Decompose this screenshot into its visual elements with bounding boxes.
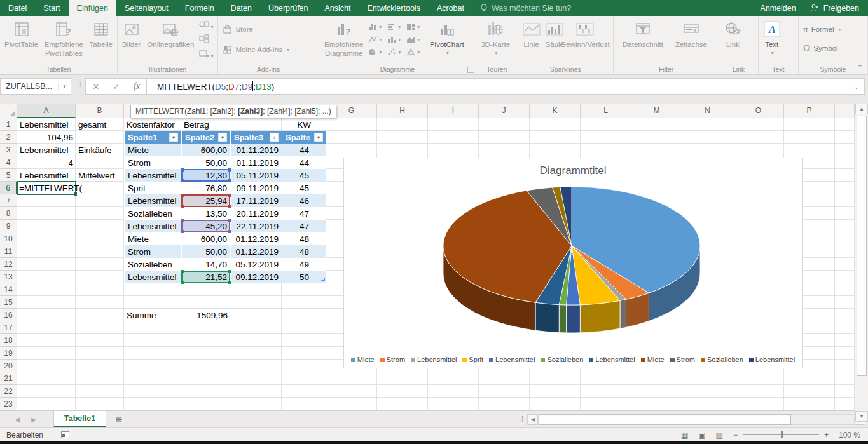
chart-title[interactable]: Diagrammtitel — [344, 165, 802, 177]
empfohlene-diagramme-button[interactable]: ? Empfohlene Diagramme — [321, 18, 367, 64]
legend-item[interactable]: Strom — [670, 356, 695, 363]
row-header-6[interactable]: 6 — [0, 182, 17, 194]
row-header-10[interactable]: 10 — [0, 232, 17, 245]
row-header-4[interactable]: 4 — [0, 156, 17, 169]
cell-C16[interactable]: Summe — [124, 309, 181, 321]
row-header-13[interactable]: 13 — [0, 271, 17, 283]
legend-item[interactable]: Miete — [351, 356, 375, 363]
screenshot-button[interactable]: ▾ — [199, 49, 213, 60]
row-header-14[interactable]: 14 — [0, 283, 17, 296]
table-cell[interactable]: Strom — [124, 245, 181, 258]
table-cell[interactable]: 76,80 — [181, 182, 230, 194]
sign-in-button[interactable]: Anmelden — [760, 4, 796, 13]
table-cell[interactable]: 46 — [282, 194, 326, 207]
row-header-18[interactable]: 18 — [0, 334, 17, 347]
formula-bar-gripper[interactable]: ⋮ — [76, 80, 84, 90]
symbol-button[interactable]: Ω Symbol — [801, 41, 841, 55]
datenschnitt-button[interactable]: Datenschnitt — [616, 18, 670, 64]
tab-datei[interactable]: Datei — [0, 0, 35, 16]
table-cell[interactable]: Strom — [124, 156, 181, 169]
zoom-slider[interactable]: − + — [733, 431, 829, 440]
column-header-B[interactable]: B — [76, 104, 124, 118]
legend-item[interactable]: Lebensmittel — [411, 356, 457, 363]
linie-sparkline-button[interactable]: Linie — [520, 18, 543, 64]
horizontal-scrollbar[interactable]: ⁞ ◀ ▶ — [521, 411, 868, 427]
table-header-Spalte1[interactable]: Spalte1▾ — [124, 131, 181, 144]
bilder-button[interactable]: Bilder — [120, 18, 143, 64]
tab-entwicklertools[interactable]: Entwicklertools — [359, 0, 429, 16]
row-header-3[interactable]: 3 — [0, 144, 17, 156]
fill-handle[interactable] — [74, 192, 77, 196]
table-cell[interactable]: Miete — [124, 232, 181, 245]
row-header-8[interactable]: 8 — [0, 207, 17, 220]
tell-me-box[interactable]: Was möchten Sie tun? — [472, 0, 579, 16]
cell-D1[interactable]: Betrag — [181, 118, 230, 131]
column-chart-button[interactable]: ▾ — [368, 22, 382, 32]
h-scroll-track[interactable] — [538, 414, 855, 425]
h-scroll-thumb[interactable] — [539, 414, 791, 425]
legend-item[interactable]: Lebensmittel — [589, 356, 635, 363]
zeitachse-button[interactable]: Zeitachse — [670, 18, 712, 64]
cell-A4[interactable]: 4 — [17, 156, 76, 169]
table-cell[interactable]: 45,20 — [181, 220, 230, 232]
table-cell[interactable]: Lebensmittel — [124, 220, 181, 232]
page-break-view-icon[interactable]: ▥ — [716, 431, 723, 440]
legend-item[interactable]: Lebensmittel — [749, 356, 795, 363]
table-cell[interactable]: 49 — [282, 258, 326, 271]
tab-einfügen[interactable]: Einfügen — [69, 0, 116, 16]
zoom-in-icon[interactable]: + — [824, 431, 829, 440]
table-cell[interactable]: 600,00 — [181, 144, 230, 156]
column-header-stub[interactable] — [835, 104, 855, 118]
table-cell[interactable]: 05.12.2019 — [230, 258, 282, 271]
v-scroll-thumb[interactable] — [857, 116, 867, 376]
table-cell[interactable]: 48 — [282, 245, 326, 258]
table-cell[interactable]: 25,94 — [181, 194, 230, 207]
pie-slice-side-5[interactable] — [559, 305, 566, 333]
formel-button[interactable]: π Formel▾ — [801, 22, 843, 36]
scroll-left-icon[interactable]: ◀ — [527, 414, 538, 425]
name-box-dropdown-icon[interactable]: ▾ — [58, 83, 71, 90]
combo-chart-button[interactable]: ▾ — [387, 35, 401, 44]
pivotchart-button[interactable]: PivotChart ▾ — [427, 18, 467, 64]
tab-start[interactable]: Start — [35, 0, 68, 16]
table-cell[interactable]: Sprit — [124, 182, 181, 194]
table-cell[interactable]: 44 — [282, 156, 326, 169]
table-header-Spalte2[interactable]: Spalte2▾ — [181, 131, 230, 144]
row-header-11[interactable]: 11 — [0, 245, 17, 258]
expand-formula-bar-icon[interactable]: ⌄ — [854, 83, 859, 90]
empfohlene-pivottables-button[interactable]: ? Empfohlene PivotTables — [41, 18, 86, 64]
tab-split-gripper[interactable]: ⁞ — [521, 415, 523, 424]
collapse-ribbon-button[interactable]: ⌃ — [857, 64, 863, 72]
tab-überprüfen[interactable]: Überprüfen — [260, 0, 317, 16]
legend-item[interactable]: Sozialleben — [541, 356, 583, 363]
vertical-scrollbar[interactable]: ▲ ▼ — [855, 104, 868, 422]
column-header-O[interactable]: O — [733, 104, 784, 118]
prev-sheet-button[interactable]: ◀ — [9, 411, 25, 427]
bar-chart-button[interactable]: ▾ — [387, 22, 401, 32]
pie-slice-side-4[interactable] — [567, 305, 581, 333]
row-header-21[interactable]: 21 — [0, 372, 17, 385]
link-button[interactable]: Link — [721, 18, 744, 64]
table-cell[interactable]: Lebensmittel — [124, 271, 181, 283]
legend-item[interactable]: Sprit — [462, 356, 483, 363]
gewinn-verlust-button[interactable]: Gewinn/Verlust — [567, 18, 603, 64]
zoom-out-icon[interactable]: − — [733, 431, 738, 440]
column-header-L[interactable]: L — [581, 104, 631, 118]
xy-chart-button[interactable]: ▾ — [387, 48, 401, 57]
tab-acrobat[interactable]: Acrobat — [429, 0, 472, 16]
table-cell[interactable]: Lebensmittel — [124, 169, 181, 182]
cell-A5[interactable]: Lebensmittel — [17, 169, 76, 182]
column-header-J[interactable]: J — [479, 104, 530, 118]
page-layout-view-icon[interactable]: ▣ — [698, 431, 705, 440]
table-cell[interactable]: 50,00 — [181, 156, 230, 169]
table-cell[interactable]: 45 — [282, 169, 326, 182]
cancel-formula-button[interactable]: ✕ — [86, 82, 106, 91]
cell-B1[interactable]: gesamt — [76, 118, 124, 131]
tab-seitenlayout[interactable]: Seitenlayout — [116, 0, 177, 16]
name-box[interactable]: ZUFALLSB... ▾ — [0, 78, 71, 95]
pie-slice-side-6[interactable] — [535, 302, 559, 332]
cell-B5[interactable]: Mittelwert — [76, 169, 124, 182]
column-header-M[interactable]: M — [631, 104, 682, 118]
cell-in-edit[interactable]: =MITTELWERT( — [17, 181, 76, 195]
new-sheet-button[interactable]: ⊕ — [106, 411, 132, 427]
